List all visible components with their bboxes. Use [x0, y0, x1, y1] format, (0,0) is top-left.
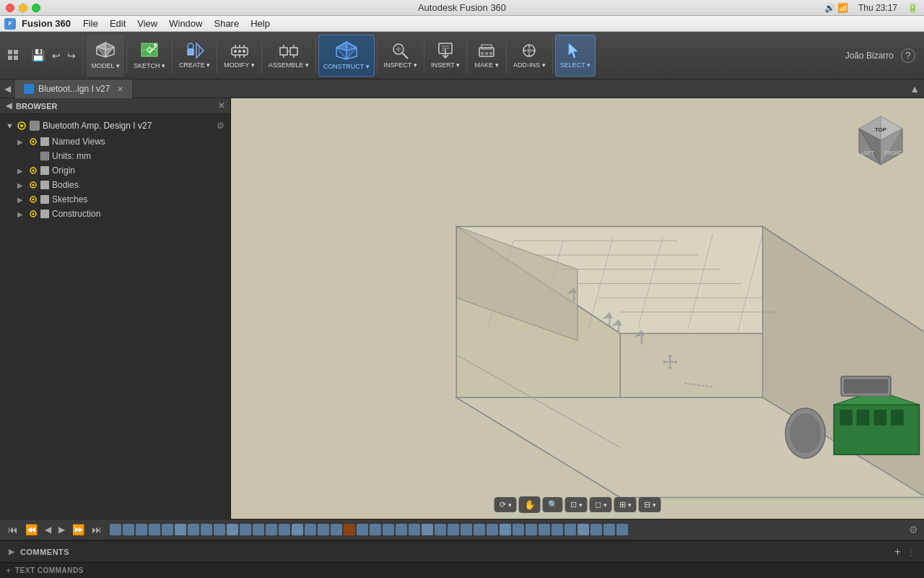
apps-button[interactable]	[3, 45, 25, 66]
menu-edit[interactable]: Edit	[105, 17, 131, 30]
timeline-item[interactable]	[201, 524, 212, 535]
snap-dropdown[interactable]: ▾	[653, 501, 656, 509]
timeline-item[interactable]	[616, 524, 628, 535]
tab-arrow-left[interactable]: ◀	[0, 84, 15, 94]
named-views-visibility[interactable]	[29, 137, 38, 146]
toolbar-create[interactable]: CREATE ▾	[175, 35, 214, 77]
timeline-item[interactable]	[396, 524, 407, 535]
menu-file[interactable]: File	[78, 17, 103, 30]
timeline-item[interactable]	[422, 524, 433, 535]
menu-view[interactable]: View	[132, 17, 162, 30]
text-commands-plus-icon[interactable]: +	[6, 566, 11, 576]
menu-help[interactable]: Help	[245, 17, 275, 30]
timeline-prev[interactable]: ⏪	[23, 522, 40, 537]
timeline-item[interactable]	[162, 524, 173, 535]
browser-item-units[interactable]: Units: mm	[0, 149, 230, 163]
fit-button[interactable]: ⊡ ▾	[565, 497, 588, 512]
timeline-item[interactable]	[240, 524, 251, 535]
timeline-item[interactable]	[344, 524, 355, 535]
toolbar-select[interactable]: SELECT ▾	[555, 35, 596, 77]
timeline-item[interactable]	[474, 524, 485, 535]
construction-visibility[interactable]	[29, 210, 38, 218]
orbit-button[interactable]: ⟳ ▾	[494, 497, 517, 512]
grid-dropdown[interactable]: ▾	[628, 501, 632, 509]
browser-item-bodies[interactable]: ▶ Bodies	[0, 178, 230, 192]
timeline-item[interactable]	[110, 524, 121, 535]
root-settings-icon[interactable]: ⚙	[217, 121, 225, 131]
toolbar-model[interactable]: MODEL ▾	[87, 35, 124, 77]
timeline-item[interactable]	[409, 524, 420, 535]
orientation-cube[interactable]: TOP LEFT FRONT	[852, 113, 910, 171]
pan-button[interactable]: ✋	[519, 496, 541, 513]
undo-button[interactable]: ↩	[49, 47, 64, 64]
timeline-item[interactable]	[175, 524, 186, 535]
timeline-item[interactable]	[603, 524, 615, 535]
tab-expand[interactable]: ▲	[905, 83, 924, 95]
toolbar-addins[interactable]: ADD-INS ▾	[509, 35, 550, 77]
viewport[interactable]: TOP LEFT FRONT ⟳ ▾ ✋ 🔍 ⊡ ▾ ◻ ▾ ⊞ ▾	[231, 98, 924, 519]
timeline-item[interactable]	[487, 524, 498, 535]
orbit-dropdown[interactable]: ▾	[508, 501, 512, 509]
toolbar-inspect[interactable]: INSPECT ▾	[380, 35, 422, 77]
timeline-item[interactable]	[565, 524, 576, 535]
grid-button[interactable]: ⊞ ▾	[614, 497, 637, 512]
maximize-button[interactable]	[32, 4, 40, 12]
user-name[interactable]: João Bizarro	[845, 51, 894, 61]
timeline-item[interactable]	[461, 524, 472, 535]
origin-visibility[interactable]	[29, 166, 38, 175]
timeline-settings[interactable]: ⚙	[909, 524, 918, 535]
redo-button[interactable]: ↪	[64, 47, 79, 64]
comments-add-button[interactable]: +	[894, 545, 901, 558]
sketches-visibility[interactable]	[29, 195, 38, 204]
toolbar-assemble[interactable]: ASSEMBLE ▾	[264, 35, 313, 77]
timeline-item[interactable]	[279, 524, 290, 535]
fit-dropdown[interactable]: ▾	[579, 501, 583, 509]
zoom-button[interactable]: 🔍	[543, 497, 563, 512]
browser-item-named-views[interactable]: ▶ Named Views	[0, 134, 230, 149]
display-button[interactable]: ◻ ▾	[590, 497, 612, 512]
snap-button[interactable]: ⊟ ▾	[639, 497, 661, 512]
comments-resize-handle[interactable]: ⋮	[907, 547, 915, 557]
timeline-item[interactable]	[513, 524, 524, 535]
timeline-item[interactable]	[539, 524, 550, 535]
timeline-item[interactable]	[318, 524, 329, 535]
browser-item-sketches[interactable]: ▶ Sketches	[0, 192, 230, 207]
save-button[interactable]: 💾	[28, 46, 48, 65]
root-item[interactable]: ▼ Bluetooth Amp. Design I v27 ⚙	[0, 117, 230, 134]
timeline-item[interactable]	[590, 524, 602, 535]
timeline-item[interactable]	[526, 524, 537, 535]
timeline-item[interactable]	[383, 524, 394, 535]
timeline-item[interactable]	[357, 524, 368, 535]
timeline-item[interactable]	[136, 524, 147, 535]
root-visibility-icon[interactable]	[17, 121, 27, 131]
toolbar-construct[interactable]: CONSTRUCT ▾	[318, 35, 375, 77]
timeline-skip-end[interactable]: ⏭	[90, 522, 104, 537]
toolbar-make[interactable]: MAKE ▾	[469, 35, 504, 77]
display-dropdown[interactable]: ▾	[603, 501, 607, 509]
menu-share[interactable]: Share	[209, 17, 244, 30]
close-button[interactable]	[6, 4, 14, 12]
active-tab[interactable]: Bluetoot...ign I v27 ×	[15, 79, 133, 98]
comments-expand-icon[interactable]: ▶	[9, 547, 14, 556]
timeline-item[interactable]	[305, 524, 316, 535]
toolbar-modify[interactable]: MODIFY ▾	[219, 35, 258, 77]
timeline-item[interactable]	[552, 524, 563, 535]
menu-window[interactable]: Window	[164, 17, 207, 30]
timeline-skip-start[interactable]: ⏮	[6, 522, 20, 537]
timeline-step-fwd[interactable]: ⏩	[70, 522, 87, 537]
timeline-item[interactable]	[435, 524, 446, 535]
timeline-play[interactable]: ▶	[56, 523, 67, 536]
timeline-item[interactable]	[331, 524, 342, 535]
tab-close[interactable]: ×	[117, 83, 123, 95]
browser-item-construction[interactable]: ▶ Construction	[0, 207, 230, 221]
bodies-visibility[interactable]	[29, 181, 38, 189]
timeline-item[interactable]	[448, 524, 459, 535]
timeline-item[interactable]	[149, 524, 160, 535]
browser-collapse-arrow[interactable]: ◀	[6, 101, 12, 111]
timeline-item[interactable]	[123, 524, 134, 535]
timeline-item[interactable]	[578, 524, 589, 535]
timeline-step-back[interactable]: ◀	[43, 523, 53, 536]
browser-item-origin[interactable]: ▶ Origin	[0, 163, 230, 178]
timeline-item[interactable]	[266, 524, 277, 535]
timeline-item[interactable]	[292, 524, 303, 535]
